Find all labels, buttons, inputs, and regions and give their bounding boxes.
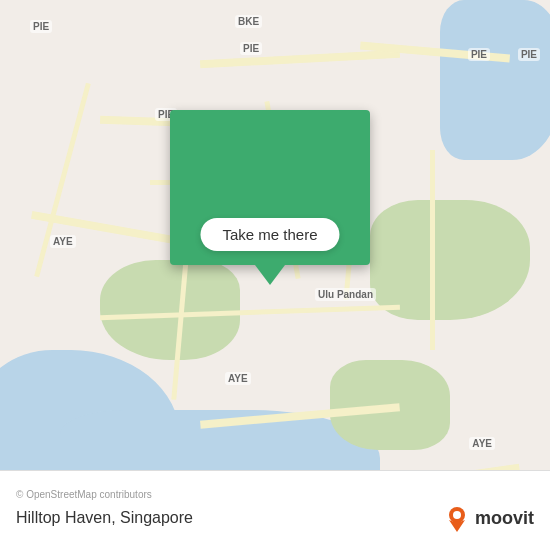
location-name: Hilltop Haven, Singapore xyxy=(16,509,193,527)
road-label-bke: BKE xyxy=(235,15,262,28)
road-v-2 xyxy=(430,150,435,350)
water-area-right xyxy=(440,0,550,160)
take-me-there-button[interactable]: Take me there xyxy=(200,218,339,251)
bottom-info-bar: © OpenStreetMap contributors Hilltop Hav… xyxy=(0,470,550,550)
copyright-text: © OpenStreetMap contributors xyxy=(16,489,534,500)
moovit-logo: moovit xyxy=(443,504,534,532)
road-label-aye-bottom: AYE xyxy=(469,437,495,450)
road-label-aye-left: AYE xyxy=(50,235,76,248)
road-label-aye-middle: AYE xyxy=(225,372,251,385)
road-label-pie-far-right: PIE xyxy=(518,48,540,61)
location-row: Hilltop Haven, Singapore moovit xyxy=(16,504,534,532)
moovit-text: moovit xyxy=(475,508,534,529)
green-area-1 xyxy=(370,200,530,320)
road-label-ulu-pandan: Ulu Pandan xyxy=(315,288,376,301)
road-label-pie-top: PIE xyxy=(240,42,262,55)
road-label-pie-right: PIE xyxy=(468,48,490,61)
green-area-2 xyxy=(100,260,240,360)
road-label-pie-far-left: PIE xyxy=(30,20,52,33)
moovit-icon xyxy=(443,504,471,532)
svg-point-1 xyxy=(453,511,461,519)
map-container: PIE PIE PIE PIE AYE AYE AYE BKE Ulu Pand… xyxy=(0,0,550,550)
location-popup: Take me there xyxy=(170,110,370,265)
